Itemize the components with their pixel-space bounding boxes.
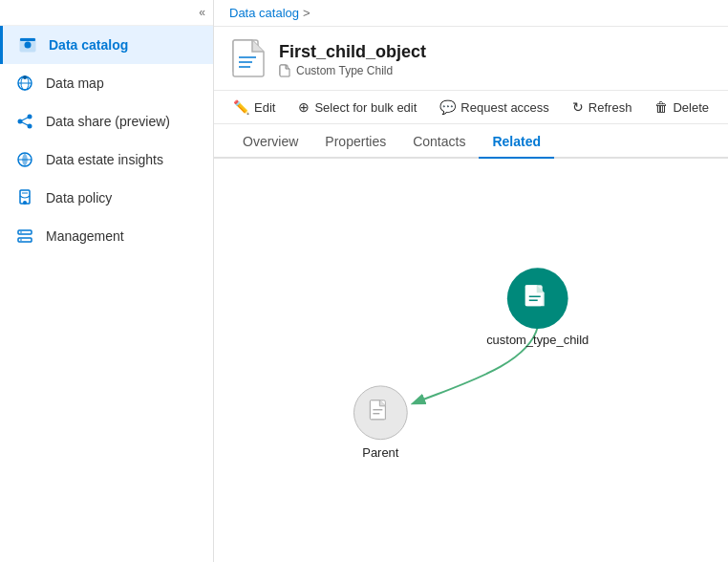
bulk-edit-button[interactable]: ⊕ Select for bulk edit xyxy=(294,97,420,118)
svg-point-8 xyxy=(28,115,32,119)
delete-button[interactable]: 🗑 Delete xyxy=(651,97,713,118)
svg-point-9 xyxy=(28,124,32,129)
asset-subtitle: Custom Type Child xyxy=(279,64,426,77)
svg-line-10 xyxy=(22,118,28,120)
sidebar-label-management: Management xyxy=(46,228,124,244)
sidebar-item-data-map[interactable]: Data map xyxy=(0,64,213,102)
child-node-label: custom_type_child xyxy=(486,333,589,347)
bulk-edit-label: Select for bulk edit xyxy=(314,100,417,115)
svg-point-1 xyxy=(25,42,32,49)
edit-label: Edit xyxy=(254,100,275,115)
sidebar: « Data catalog Data map xyxy=(0,0,214,562)
sidebar-label-data-policy: Data policy xyxy=(46,190,112,205)
sidebar-item-data-share[interactable]: Data share (preview) xyxy=(0,102,213,140)
parent-node-label: Parent xyxy=(362,445,399,460)
sidebar-item-management[interactable]: Management xyxy=(0,217,213,255)
bulk-edit-icon: ⊕ xyxy=(298,99,310,115)
request-access-icon: 💬 xyxy=(439,99,456,115)
tab-contacts[interactable]: Contacts xyxy=(399,124,479,159)
sidebar-item-data-policy[interactable]: Data policy xyxy=(0,179,213,217)
sidebar-item-data-estate[interactable]: Data estate insights xyxy=(0,140,213,179)
svg-rect-2 xyxy=(20,38,35,41)
relationship-graph: custom_type_child Parent xyxy=(214,159,728,562)
refresh-button[interactable]: ↻ Refresh xyxy=(568,97,636,118)
refresh-icon: ↻ xyxy=(572,99,584,115)
delete-label: Delete xyxy=(673,100,709,115)
request-access-button[interactable]: 💬 Request access xyxy=(436,97,553,118)
data-estate-icon xyxy=(15,150,34,169)
sidebar-label-data-catalog: Data catalog xyxy=(49,37,128,53)
data-catalog-icon xyxy=(18,35,37,54)
data-share-icon xyxy=(15,112,34,131)
asset-title: First_child_object xyxy=(279,42,426,62)
edit-button[interactable]: ✏️ Edit xyxy=(229,97,279,118)
svg-point-7 xyxy=(18,119,23,124)
sidebar-label-data-share: Data share (preview) xyxy=(46,114,170,129)
data-map-icon xyxy=(15,74,34,93)
refresh-label: Refresh xyxy=(589,100,632,115)
main-content: Data catalog > First_child_object xyxy=(214,0,728,562)
svg-line-11 xyxy=(22,122,28,125)
related-content: custom_type_child Parent xyxy=(214,159,728,562)
sidebar-label-data-estate: Data estate insights xyxy=(46,152,163,167)
toolbar: ✏️ Edit ⊕ Select for bulk edit 💬 Request… xyxy=(214,91,728,124)
breadcrumb-separator: > xyxy=(303,6,310,20)
breadcrumb-root[interactable]: Data catalog xyxy=(229,6,299,20)
asset-header: First_child_object Custom Type Child xyxy=(214,27,728,91)
sidebar-collapse-button[interactable]: « xyxy=(0,0,213,26)
tab-overview[interactable]: Overview xyxy=(229,124,311,159)
svg-point-16 xyxy=(23,201,27,205)
svg-point-6 xyxy=(23,76,27,79)
collapse-icon: « xyxy=(199,6,205,19)
sidebar-label-data-map: Data map xyxy=(46,76,104,91)
svg-rect-20 xyxy=(20,240,22,241)
management-icon xyxy=(15,227,34,246)
edit-icon: ✏️ xyxy=(233,99,249,115)
request-access-label: Request access xyxy=(460,100,549,115)
sidebar-item-data-catalog[interactable]: Data catalog xyxy=(0,26,213,64)
asset-title-area: First_child_object Custom Type Child xyxy=(279,42,426,77)
delete-icon: 🗑 xyxy=(654,99,668,115)
svg-rect-19 xyxy=(20,232,22,233)
tabs: Overview Properties Contacts Related xyxy=(214,124,728,159)
data-policy-icon xyxy=(15,188,34,207)
asset-icon xyxy=(229,38,268,80)
breadcrumb: Data catalog > xyxy=(214,0,728,27)
tab-properties[interactable]: Properties xyxy=(311,124,399,159)
tab-related[interactable]: Related xyxy=(479,124,554,159)
